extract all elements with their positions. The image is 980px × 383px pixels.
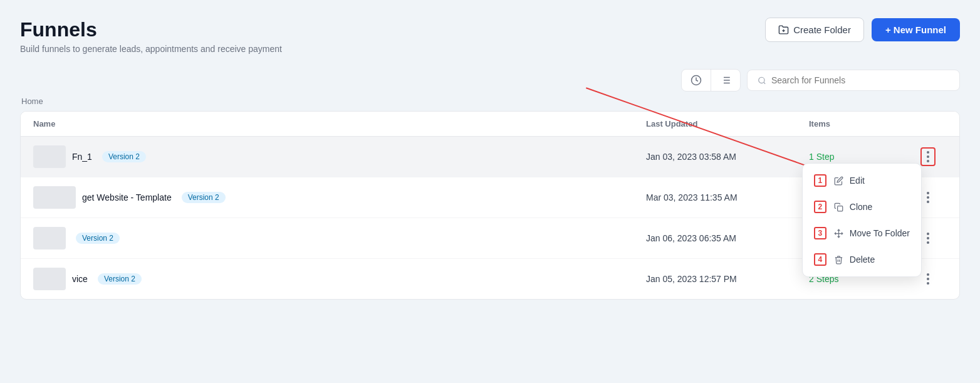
view-toggle-group	[681, 69, 741, 92]
last-updated-cell: Jan 06, 2023 06:35 AM	[646, 233, 809, 243]
row-name-cell: vice Version 2	[33, 268, 646, 290]
items-count-cell: 1 Step	[809, 152, 909, 162]
row-menu-button[interactable]	[922, 189, 934, 206]
row-menu-button[interactable]	[922, 271, 934, 287]
row-name-cell: get Website - Template Version 2	[33, 186, 646, 209]
col-items: Items	[809, 119, 909, 129]
funnel-name: Fn_1	[72, 152, 92, 162]
funnel-thumbnail	[33, 145, 66, 168]
menu-clone-label: Clone	[850, 202, 873, 212]
svg-rect-11	[837, 206, 842, 211]
clone-icon	[834, 202, 843, 212]
clock-view-button[interactable]	[682, 70, 711, 91]
col-name: Name	[33, 119, 646, 129]
search-box[interactable]	[747, 70, 960, 91]
funnel-thumbnail	[33, 186, 76, 209]
menu-delete-label: Delete	[850, 254, 875, 265]
funnel-name: get Website - Template	[82, 192, 172, 202]
search-input[interactable]	[771, 75, 949, 85]
version-badge: Version 2	[102, 151, 146, 162]
table-row: Fn_1 Version 2 Jan 03, 2023 03:58 AM 1 S…	[21, 137, 959, 177]
funnel-name: vice	[72, 274, 88, 284]
funnels-table: Name Last Updated Items Fn_1 Version 2 J…	[20, 111, 960, 300]
menu-item-clone[interactable]: 2 Clone	[803, 194, 921, 220]
funnel-thumbnail	[33, 268, 66, 290]
version-badge: Version 2	[76, 233, 120, 244]
col-updated: Last Updated	[646, 119, 809, 129]
breadcrumb: Home	[20, 97, 960, 106]
move-icon	[834, 229, 843, 238]
row-menu-button[interactable]	[920, 147, 936, 166]
page-subtitle: Build funnels to generate leads, appoint…	[20, 44, 282, 54]
header-actions: Create Folder + New Funnel	[765, 18, 960, 42]
last-updated-cell: Jan 03, 2023 03:58 AM	[646, 152, 809, 162]
folder-plus-icon	[778, 24, 789, 35]
menu-edit-label: Edit	[850, 176, 865, 186]
page-header: Funnels Build funnels to generate leads,…	[20, 18, 960, 54]
version-badge: Version 2	[182, 192, 226, 203]
context-menu: 1 Edit 2 Clone 3	[802, 163, 922, 277]
new-funnel-button[interactable]: + New Funnel	[872, 18, 960, 41]
row-name-cell: Version 2	[33, 227, 646, 249]
last-updated-cell: Mar 03, 2023 11:35 AM	[646, 192, 809, 202]
toolbar	[20, 69, 960, 92]
edit-icon	[834, 176, 843, 186]
funnel-thumbnail	[33, 227, 66, 249]
svg-line-10	[764, 82, 766, 84]
svg-point-9	[759, 77, 764, 83]
menu-item-edit[interactable]: 1 Edit	[803, 167, 921, 194]
search-icon	[758, 76, 766, 85]
menu-move-label: Move To Folder	[850, 228, 910, 238]
last-updated-cell: Jan 05, 2023 12:57 PM	[646, 274, 809, 284]
table-header: Name Last Updated Items	[21, 112, 959, 137]
clock-icon	[691, 75, 702, 86]
menu-item-move[interactable]: 3 Move To Folder	[803, 220, 921, 246]
page-title-section: Funnels Build funnels to generate leads,…	[20, 18, 282, 54]
version-badge: Version 2	[98, 273, 142, 285]
create-folder-button[interactable]: Create Folder	[765, 18, 864, 42]
row-menu-button[interactable]	[922, 230, 934, 246]
delete-icon	[834, 255, 843, 265]
page-title: Funnels	[20, 18, 282, 41]
row-name-cell: Fn_1 Version 2	[33, 145, 646, 168]
menu-item-delete[interactable]: 4 Delete	[803, 246, 921, 273]
list-icon	[720, 75, 731, 86]
list-view-button[interactable]	[711, 70, 740, 91]
col-actions	[909, 119, 947, 129]
